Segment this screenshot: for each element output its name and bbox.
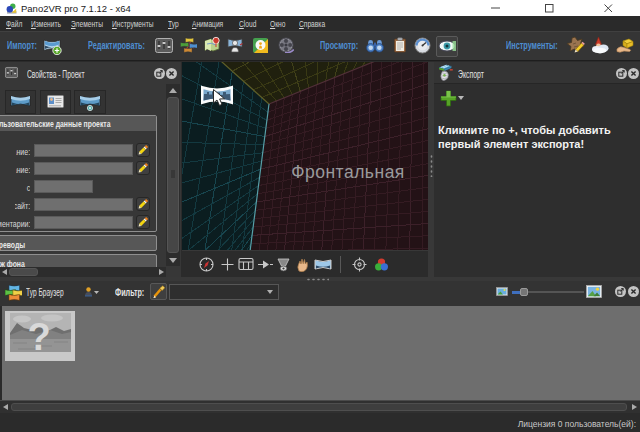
svg-text:Фронтальная: Фронтальная	[291, 162, 405, 182]
svg-text:?: ?	[27, 316, 50, 352]
